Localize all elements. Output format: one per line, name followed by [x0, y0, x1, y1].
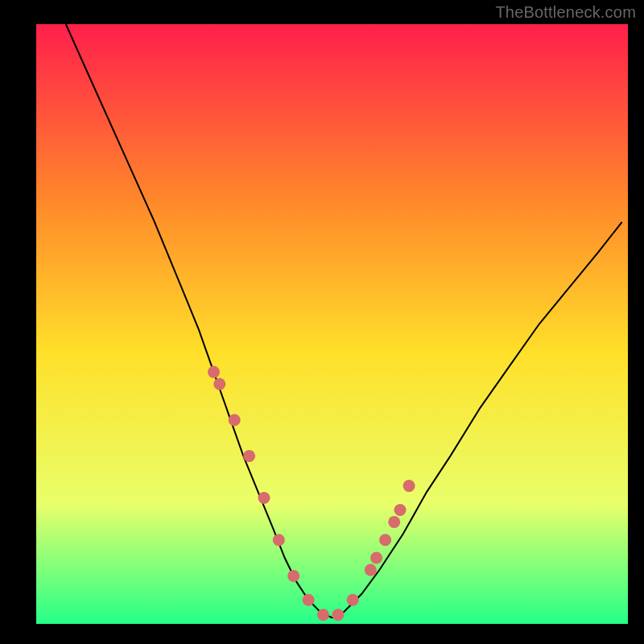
marker-dot [258, 492, 270, 504]
chart-frame: TheBottleneck.com [0, 0, 644, 644]
marker-dot [365, 564, 377, 576]
marker-dot [403, 480, 415, 492]
marker-dot [370, 552, 382, 564]
plot-area [36, 24, 628, 624]
marker-dot [332, 609, 344, 621]
marker-dot [379, 534, 391, 546]
marker-dot [229, 414, 241, 426]
marker-dot [243, 450, 255, 462]
marker-dot [213, 378, 225, 390]
marker-dot [317, 609, 329, 621]
marker-dot [394, 504, 407, 516]
watermark-text: TheBottleneck.com [495, 3, 636, 22]
marker-dot [273, 534, 285, 546]
marker-dot [347, 594, 359, 606]
marker-dot [287, 570, 299, 582]
chart-svg [36, 24, 628, 624]
marker-dot [303, 594, 315, 606]
marker-dot [388, 516, 400, 528]
marker-dot [208, 366, 220, 378]
